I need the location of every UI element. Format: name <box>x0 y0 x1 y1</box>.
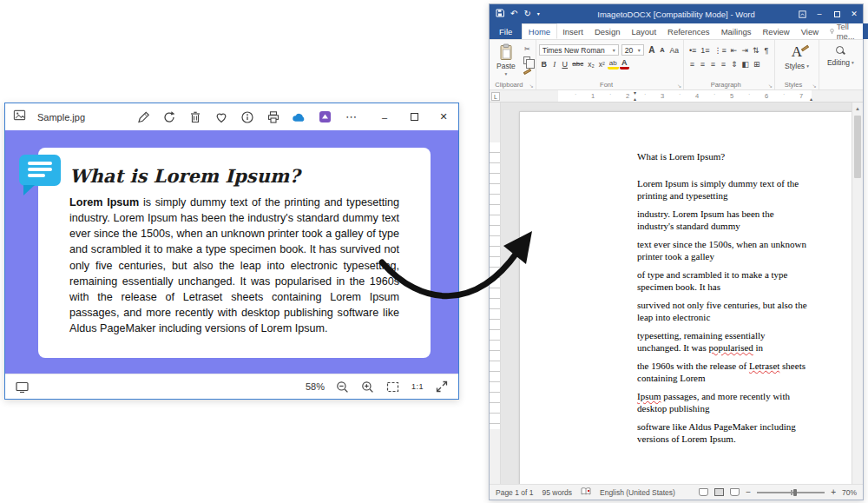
sort-button[interactable]: ⇅ <box>751 44 761 56</box>
editing-button[interactable]: Editing▾ <box>822 43 859 69</box>
cut-button[interactable]: ✂ <box>522 44 533 54</box>
increase-indent-button[interactable]: ⇥ <box>740 44 750 56</box>
tab-home[interactable]: Home <box>522 23 556 39</box>
align-right-button[interactable]: ≡ <box>708 58 718 69</box>
see-more-icon[interactable]: ⋯ <box>344 109 358 124</box>
scroll-up-icon[interactable]: ▲ <box>852 103 863 114</box>
numbering-button[interactable]: 1≡ <box>699 44 711 56</box>
tab-layout[interactable]: Layout <box>626 23 662 39</box>
document-paragraph[interactable]: Lorem Ipsum is simply dummy text of the … <box>637 177 811 202</box>
zoom-in-button[interactable]: + <box>831 488 836 497</box>
grow-font-button[interactable]: A <box>647 44 656 56</box>
tab-references[interactable]: References <box>662 23 716 39</box>
highlight-button[interactable]: ab <box>608 58 619 69</box>
print-icon[interactable] <box>266 109 280 124</box>
print-layout-icon[interactable] <box>714 488 724 496</box>
horizontal-ruler[interactable]: L ·1·2·3·4·5·6·7 ▾ ▴ ▴ <box>490 90 863 103</box>
tab-review[interactable]: Review <box>757 23 795 39</box>
decrease-indent-button[interactable]: ⇤ <box>729 44 740 56</box>
tell-me-box[interactable]: Tell me... <box>825 23 863 39</box>
share-button[interactable]: Share <box>863 23 868 39</box>
zoom-percentage[interactable]: 70% <box>842 488 857 497</box>
document-heading[interactable]: What is Lorem Ipsum? <box>637 150 811 163</box>
strikethrough-button[interactable]: abc <box>570 58 585 69</box>
align-left-button[interactable]: ≡ <box>687 58 697 69</box>
minimize-button[interactable]: – <box>811 4 828 23</box>
web-layout-icon[interactable] <box>730 488 740 496</box>
subscript-button[interactable]: x₂ <box>586 58 596 69</box>
close-button[interactable]: ✕ <box>845 4 863 23</box>
tab-mailings[interactable]: Mailings <box>715 23 757 39</box>
actual-size-button[interactable]: 1:1 <box>411 382 424 391</box>
zoom-out-button[interactable]: − <box>746 488 751 497</box>
delete-icon[interactable] <box>187 109 202 124</box>
bold-button[interactable]: B <box>539 58 549 69</box>
borders-button[interactable]: ⊞ <box>752 58 762 69</box>
save-icon[interactable] <box>496 9 504 19</box>
document-paragraph[interactable]: of type and scrambled it to make a type … <box>637 268 811 294</box>
hanging-indent-marker[interactable]: ▴ <box>634 96 636 102</box>
document-paragraph[interactable]: survived not only five centuries, but al… <box>637 299 811 324</box>
slideshow-icon[interactable] <box>15 380 29 394</box>
zoom-in-icon[interactable] <box>361 380 375 394</box>
right-indent-marker[interactable]: ▴ <box>810 96 812 102</box>
paste-button[interactable]: Paste ▾ <box>492 43 520 77</box>
tab-view[interactable]: View <box>795 23 824 39</box>
proofing-icon[interactable] <box>581 487 591 497</box>
align-center-button[interactable]: ≡ <box>698 58 707 69</box>
ribbon-display-options-icon[interactable] <box>793 4 811 23</box>
rotate-icon[interactable] <box>161 109 176 124</box>
font-size-combo[interactable]: 20 ▾ <box>621 44 644 56</box>
vertical-scrollbar[interactable]: ▲ <box>852 103 863 484</box>
close-button[interactable]: ✕ <box>429 103 458 130</box>
font-dialog-launcher[interactable]: ↘ <box>677 83 681 89</box>
document-page[interactable]: What is Lorem Ipsum? Lorem Ipsum is simp… <box>519 111 852 484</box>
copy-button[interactable] <box>522 56 533 65</box>
fullscreen-icon[interactable] <box>435 380 449 394</box>
cloud-icon[interactable] <box>292 109 306 124</box>
document-paragraph[interactable]: Ipsum passages, and more recently with d… <box>637 390 811 415</box>
zoom-slider[interactable] <box>757 488 825 497</box>
first-line-indent-marker[interactable]: ▾ <box>634 90 636 96</box>
document-text[interactable]: What is Lorem Ipsum? Lorem Ipsum is simp… <box>637 150 811 451</box>
clipboard-dialog-launcher[interactable]: ↘ <box>529 83 534 89</box>
customize-qat-icon[interactable]: ▾ <box>537 11 540 17</box>
tab-selector[interactable]: L <box>491 92 500 101</box>
redo-icon[interactable]: ↻ <box>523 10 530 18</box>
show-marks-button[interactable]: ¶ <box>761 44 771 56</box>
font-color-button[interactable]: A <box>620 58 629 69</box>
word-count[interactable]: 95 words <box>542 488 572 497</box>
styles-button[interactable]: A Styles▾ <box>778 43 816 72</box>
language-indicator[interactable]: English (United States) <box>600 488 675 497</box>
scrollbar-thumb[interactable] <box>854 116 861 178</box>
italic-button[interactable]: I <box>549 58 559 69</box>
change-case-button[interactable]: Aa <box>667 44 680 56</box>
page-indicator[interactable]: Page 1 of 1 <box>496 488 533 497</box>
font-name-combo[interactable]: Times New Roman ▾ <box>539 44 619 56</box>
fit-to-window-icon[interactable] <box>386 380 400 394</box>
styles-dialog-launcher[interactable]: ↘ <box>812 83 817 89</box>
paragraph-dialog-launcher[interactable]: ↘ <box>768 83 773 89</box>
maximize-button[interactable] <box>399 103 429 130</box>
document-paragraph[interactable]: software like Aldus PageMaker including … <box>637 420 811 446</box>
purple-app-icon[interactable] <box>318 109 332 124</box>
favorite-icon[interactable] <box>214 109 228 124</box>
minimize-button[interactable]: – <box>370 103 399 130</box>
tab-insert[interactable]: Insert <box>557 23 589 39</box>
shading-button[interactable]: ◧ <box>740 58 751 69</box>
justify-button[interactable]: ≡ <box>719 58 728 69</box>
underline-button[interactable]: U <box>560 58 569 69</box>
document-paragraph[interactable]: the 1960s with the release of Letraset s… <box>637 360 811 385</box>
document-paragraph[interactable]: text ever since the 1500s, when an unkno… <box>637 238 811 263</box>
edit-icon[interactable] <box>135 109 150 124</box>
multilevel-list-button[interactable]: ⋮≡ <box>713 44 728 56</box>
tab-file[interactable]: File <box>490 23 522 39</box>
zoom-out-icon[interactable] <box>336 380 350 394</box>
zoom-slider-thumb[interactable] <box>793 489 797 496</box>
undo-icon[interactable]: ↶ <box>510 10 517 18</box>
info-icon[interactable] <box>240 109 254 124</box>
bullets-button[interactable]: •≡ <box>687 44 698 56</box>
line-spacing-button[interactable]: ⇕ <box>729 58 740 69</box>
maximize-button[interactable] <box>828 4 845 23</box>
read-mode-icon[interactable] <box>699 488 708 496</box>
